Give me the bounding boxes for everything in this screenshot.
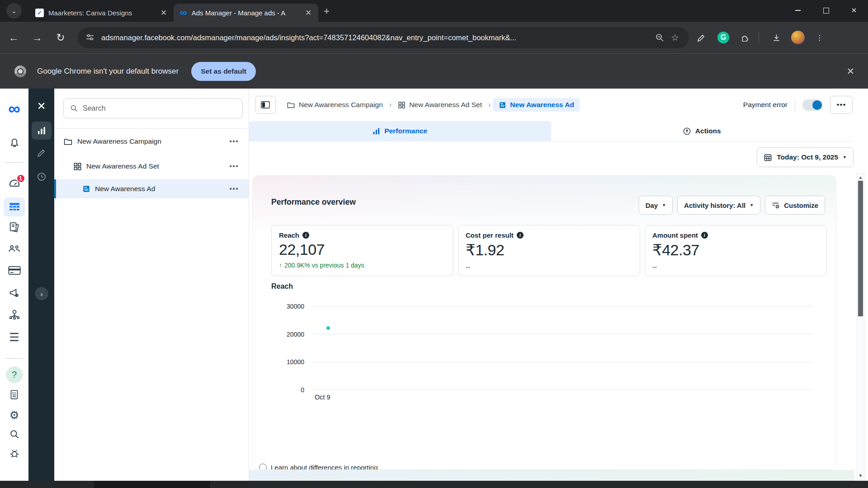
notifications-bell-icon[interactable] [8,137,21,150]
close-tab-icon[interactable]: ✕ [304,8,313,18]
report-bug-icon[interactable] [9,448,20,460]
more-options-button[interactable]: ••• [830,96,853,114]
kebab-horizontal-icon[interactable]: ••• [229,162,239,171]
collapse-sidebar-button[interactable] [255,96,276,114]
horizontal-scrollbar[interactable] [0,481,868,488]
scroll-up-icon[interactable]: ▲ [857,175,864,180]
info-icon[interactable]: i [302,232,309,239]
performance-overview-card: Performance overview Day ▼ Activity hist… [252,175,836,470]
date-range-label: Today: Oct 9, 2025 [777,153,838,161]
metric-card-reach[interactable]: Reachi 22,107 ↑200.9K% vs previous 1 day… [271,225,453,276]
payment-error-label: Payment error [743,101,788,109]
edit-pencil-icon[interactable] [36,147,47,158]
vertical-scrollbar[interactable]: ▲ ▼ [857,173,864,480]
ads-gauge-icon[interactable]: 1 [8,177,21,191]
all-tools-menu-icon[interactable]: ☰ [9,331,19,344]
search-tool-icon[interactable] [9,428,20,440]
chevron-down-icon: ▼ [843,155,847,160]
close-window-button[interactable]: ✕ [840,0,868,21]
expand-panel-button[interactable]: › [35,287,48,300]
browser-tabstrip: ⌄ ✓ Maarketers: Canva Designs ✕ ∞ Ads Ma… [0,0,868,22]
site-info-icon[interactable] [82,30,98,45]
circle-up-arrow-icon [683,127,691,136]
y-tick-label: 0 [272,386,304,394]
chevron-right-icon: › [41,290,43,298]
default-browser-infobar: Google Chrome isn't your default browser… [0,53,868,89]
day-dropdown[interactable]: Day ▼ [639,196,673,215]
chrome-menu-button[interactable]: ⋮ [811,28,829,47]
vertical-scrollbar-thumb[interactable] [858,181,863,316]
tab-title: Ads Manager - Manage ads - A [192,9,299,17]
infobar-message: Google Chrome isn't your default browser [37,67,179,76]
folder-icon [287,101,295,109]
info-icon[interactable]: i [701,232,708,239]
maximize-button[interactable] [812,0,840,21]
breadcrumb-campaign[interactable]: New Awareness Campaign [283,98,387,112]
history-clock-icon[interactable] [36,171,47,182]
breadcrumb-ad-selected[interactable]: New Awareness Ad [493,98,580,112]
tab-search-dropdown[interactable]: ⌄ [6,3,22,19]
audiences-people-icon[interactable] [8,242,21,255]
tree-item-label: New Awareness Campaign [77,137,229,145]
horizontal-scrollbar-thumb[interactable] [94,481,210,488]
new-tab-button[interactable]: + [324,5,330,17]
back-button[interactable]: ← [4,28,24,47]
clipped-info-row[interactable]: Learn about differences in reporting [259,464,378,470]
billing-card-icon[interactable] [8,264,21,276]
tree-item-campaign[interactable]: New Awareness Campaign ••• [54,132,249,151]
assets-hierarchy-icon[interactable] [8,308,21,321]
minimize-icon [795,10,801,11]
kebab-horizontal-icon[interactable]: ••• [229,184,239,193]
ads-manager-nav-active[interactable] [4,197,25,216]
info-icon[interactable]: i [517,232,524,239]
breadcrumb-label: New Awareness Ad [510,101,574,109]
bookmark-star-icon[interactable]: ☆ [667,30,683,45]
set-as-default-button[interactable]: Set as default [191,62,256,81]
close-tab-icon[interactable]: ✕ [159,8,168,18]
breadcrumb-adset[interactable]: New Awareness Ad Set [394,98,486,112]
search-input[interactable] [63,99,243,118]
kebab-horizontal-icon[interactable]: ••• [229,137,239,146]
chevron-down-icon: ▼ [662,203,666,207]
customize-button[interactable]: Customize [765,196,825,215]
forward-button[interactable]: → [27,28,47,47]
grammarly-extension-icon[interactable]: G [714,28,732,47]
meta-logo-icon[interactable]: ∞ [8,102,20,116]
profile-avatar[interactable] [789,28,807,47]
pages-icon[interactable] [8,221,21,234]
charts-tab-active[interactable] [32,122,52,140]
reload-button[interactable]: ↻ [51,28,71,47]
panel-divider [54,128,249,129]
tab-actions[interactable]: Actions [551,121,853,141]
tree-item-ad-selected[interactable]: New Awareness Ad ••• [54,179,249,198]
main-content: New Awareness Campaign › New Awareness A… [249,89,868,481]
overview-controls: Day ▼ Activity history: All ▼ Customize [639,196,825,215]
downloads-button[interactable] [767,28,785,47]
billing-receipt-icon[interactable] [9,389,20,401]
extensions-puzzle-icon[interactable] [736,28,754,47]
editor-extension-icon[interactable] [693,28,711,47]
tree-item-adset[interactable]: New Awareness Ad Set ••• [54,157,249,176]
minimize-button[interactable] [784,0,812,21]
browser-tab-1[interactable]: ✓ Maarketers: Canva Designs ✕ [29,4,174,22]
tab-title: Maarketers: Canva Designs [48,9,155,17]
maarketers-favicon-icon: ✓ [35,9,44,17]
ad-status-toggle[interactable] [802,99,823,111]
close-insights-icon[interactable]: ✕ [37,100,46,113]
forward-icon: → [32,32,42,44]
data-point-reach[interactable] [326,326,330,330]
help-button[interactable]: ? [6,366,23,383]
zoom-out-icon[interactable] [652,30,667,45]
activity-history-dropdown[interactable]: Activity history: All ▼ [677,196,760,215]
browser-tab-2-active[interactable]: ∞ Ads Manager - Manage ads - A ✕ [174,4,318,22]
infobar-close-icon[interactable]: ✕ [846,66,854,77]
metric-card-amount-spent[interactable]: Amount spenti ₹42.37 -- [645,225,827,276]
metric-card-cost-per-result[interactable]: Cost per resulti ₹1.92 -- [458,225,640,276]
gridline [312,389,812,390]
scroll-down-icon[interactable]: ▼ [857,473,864,478]
promote-megaphone-icon[interactable] [8,286,21,299]
tab-performance[interactable]: Performance [249,121,551,141]
settings-gear-icon[interactable]: ⚙ [9,409,19,422]
address-bar[interactable]: adsmanager.facebook.com/adsmanager/manag… [78,27,689,48]
date-range-button[interactable]: Today: Oct 9, 2025 ▼ [757,147,854,167]
